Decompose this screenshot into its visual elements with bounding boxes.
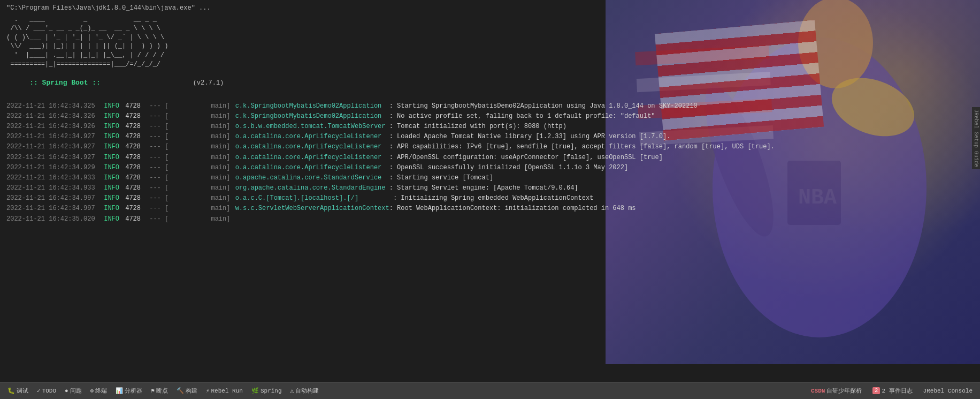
terminal-tab[interactable]: ⊗ 终端 <box>87 386 111 396</box>
auto-build-label: 自动构建 <box>295 387 319 395</box>
log-thread: [ main] <box>161 163 232 173</box>
auto-build-tab[interactable]: △ 自动构建 <box>287 386 323 396</box>
log-pid: 4728 <box>121 122 146 132</box>
log-date: 2022-11-21 16:42:34.325 <box>6 101 100 111</box>
log-level: INFO <box>100 142 121 152</box>
log-date: 2022-11-21 16:42:34.926 <box>6 122 100 132</box>
log-date: 2022-11-21 16:42:35.020 <box>6 214 100 224</box>
log-level: INFO <box>100 122 121 132</box>
build-label: 构建 <box>186 387 197 395</box>
event-log-tab[interactable]: 2 2 事件日志 <box>869 386 915 396</box>
problems-label: 问题 <box>70 387 82 395</box>
log-sep: --- <box>146 153 161 163</box>
log-level: INFO <box>100 193 121 204</box>
log-message: : Starting service [Tomcat] <box>389 173 493 183</box>
event-log-label: 2 事件日志 <box>882 387 912 395</box>
log-thread: [ main] <box>161 183 232 193</box>
banner-line-4: \\/ ___)| |_)| | | | | || (_| | ) ) ) ) <box>6 42 974 51</box>
log-message: : Starting SpringbootMybatisDemo02Applic… <box>389 101 698 111</box>
log-sep: --- <box>146 111 161 122</box>
problems-icon: ● <box>65 388 68 394</box>
log-row: 2022-11-21 16:42:35.020 INFO 4728 --- [ … <box>6 214 974 224</box>
log-row: 2022-11-21 16:42:34.933 INFO 4728 --- [ … <box>6 183 974 193</box>
todo-icon: ✓ <box>37 387 41 394</box>
log-date: 2022-11-21 16:42:34.933 <box>6 183 100 193</box>
log-message: : APR/OpenSSL configuration: useAprConne… <box>389 153 663 163</box>
build-tab[interactable]: 🔨 构建 <box>173 386 201 396</box>
author-label: 自研少年探析 <box>826 387 862 395</box>
log-level: INFO <box>100 132 121 142</box>
terminal-icon: ⊗ <box>90 387 94 394</box>
banner-line-3: ( ( )\___ | '_ | '_| | '_ \/ _` | \ \ \ … <box>6 33 974 42</box>
todo-tab[interactable]: ✓ TODO <box>34 386 59 395</box>
log-pid: 4728 <box>121 111 146 122</box>
status-bar: 🐛 调试 ✓ TODO ● 问题 ⊗ 终端 📊 分析器 ⚑ 断点 🔨 构建 ⚡ … <box>0 382 980 399</box>
log-level: INFO <box>100 173 121 183</box>
log-class <box>231 214 376 224</box>
log-row: 2022-11-21 16:42:34.326 INFO 4728 --- [ … <box>6 111 974 122</box>
rebel-run-icon: ⚡ <box>206 387 210 394</box>
log-row: 2022-11-21 16:42:34.325 INFO 4728 --- [ … <box>6 101 974 111</box>
log-message: : Loaded Apache Tomcat Native library [1… <box>389 132 671 142</box>
spring-version-line: :: Spring Boot :: (v2.7.1) <box>6 69 974 97</box>
log-sep: --- <box>146 163 161 173</box>
log-class: o.s.b.w.embedded.tomcat.TomcatWebServer <box>231 122 389 132</box>
log-pid: 4728 <box>121 132 146 142</box>
breakpoints-tab[interactable]: ⚑ 断点 <box>148 386 171 396</box>
log-sep: --- <box>146 173 161 183</box>
log-sep: --- <box>146 122 161 132</box>
spring-version: (v2.7.1) <box>101 79 224 87</box>
log-thread: [ main] <box>161 214 232 224</box>
rebel-run-tab[interactable]: ⚡ Rebel Run <box>203 386 246 395</box>
jrebel-console-tab[interactable]: JRebel Console <box>920 387 976 395</box>
log-sep: --- <box>146 183 161 193</box>
log-thread: [ main] <box>161 122 232 132</box>
log-class: c.k.SpringbootMybatisDemo02Application <box>231 101 389 111</box>
log-thread: [ main] <box>161 142 232 152</box>
spring-label: Spring <box>261 388 282 394</box>
log-row: 2022-11-21 16:42:34.933 INFO 4728 --- [ … <box>6 173 974 183</box>
spring-banner: . ____ _ __ _ _ /\\ / ___'_ __ _ _(_)_ _… <box>6 15 974 97</box>
profiler-label: 分析器 <box>125 387 142 395</box>
debug-tab[interactable]: 🐛 调试 <box>4 386 32 396</box>
log-sep: --- <box>146 193 161 204</box>
spring-icon: 🌿 <box>251 387 259 394</box>
profiler-tab[interactable]: 📊 分析器 <box>112 386 146 396</box>
log-sep: --- <box>146 132 161 142</box>
status-right: CSDN 自研少年探析 2 2 事件日志 JRebel Console <box>808 386 976 396</box>
log-thread: [ main] <box>161 204 232 214</box>
console-area: "C:\Program Files\Java\jdk1.8.0_144\bin\… <box>0 0 980 382</box>
log-sep: --- <box>146 101 161 111</box>
banner-line-1: . ____ _ __ _ _ <box>6 15 974 24</box>
debug-icon: 🐛 <box>7 387 15 394</box>
log-level: INFO <box>100 101 121 111</box>
log-thread: [ main] <box>161 193 232 204</box>
log-level: INFO <box>100 163 121 173</box>
jrebel-console-label: JRebel Console <box>923 388 973 394</box>
csdn-link[interactable]: CSDN 自研少年探析 <box>808 386 865 396</box>
spring-tab[interactable]: 🌿 Spring <box>248 386 285 395</box>
log-date: 2022-11-21 16:42:34.927 <box>6 153 100 163</box>
log-level: INFO <box>100 183 121 193</box>
debug-label: 调试 <box>17 387 28 395</box>
log-sep: --- <box>146 214 161 224</box>
log-thread: [ main] <box>161 173 232 183</box>
side-label: JRebel Setup Guide <box>972 107 980 169</box>
log-pid: 4728 <box>121 153 146 163</box>
log-pid: 4728 <box>121 183 146 193</box>
log-pid: 4728 <box>121 193 146 204</box>
rebel-run-label: Rebel Run <box>211 388 243 394</box>
breakpoints-icon: ⚑ <box>151 387 155 394</box>
log-message: : No active profile set, falling back to… <box>389 111 655 122</box>
log-level: INFO <box>100 204 121 214</box>
log-sep: --- <box>146 204 161 214</box>
log-pid: 4728 <box>121 163 146 173</box>
log-date: 2022-11-21 16:42:34.927 <box>6 142 100 152</box>
log-pid: 4728 <box>121 142 146 152</box>
todo-label: TODO <box>42 388 56 394</box>
problems-tab[interactable]: ● 问题 <box>62 386 85 396</box>
banner-line-2: /\\ / ___'_ __ _ _(_)_ __ __ _ \ \ \ \ <box>6 24 974 33</box>
log-date: 2022-11-21 16:42:34.326 <box>6 111 100 122</box>
log-class: o.apache.catalina.core.StandardService <box>231 173 389 183</box>
log-date: 2022-11-21 16:42:34.997 <box>6 204 100 214</box>
